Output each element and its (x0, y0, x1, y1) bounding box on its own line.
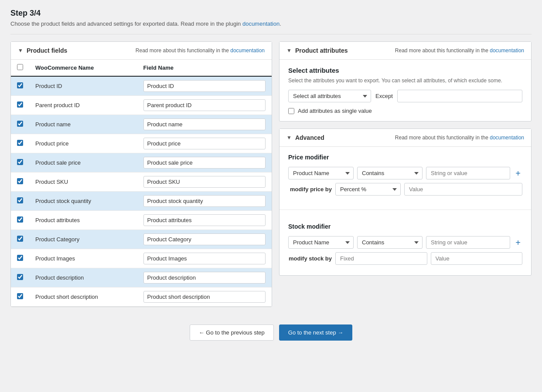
table-row: Parent product ID (11, 96, 272, 115)
except-label: Except (375, 93, 393, 99)
table-row: Product SKU (11, 172, 272, 192)
attributes-header-right: Read more about this functionality in th… (395, 47, 524, 54)
product-fields-header: ▼ Product fields Read more about this fu… (11, 42, 272, 60)
collapse-icon[interactable]: ▼ (18, 47, 23, 54)
row-checkbox-11[interactable] (17, 293, 23, 299)
row-checkbox-0[interactable] (17, 82, 23, 88)
stock-value-input[interactable] (431, 252, 523, 265)
table-row: Product sale price (11, 153, 272, 172)
row-field-input-6[interactable] (143, 195, 266, 207)
row-field-input-4[interactable] (143, 157, 266, 169)
table-row: Product price (11, 134, 272, 153)
advanced-collapse-icon[interactable]: ▼ (286, 135, 292, 141)
table-row: Product short description (11, 287, 272, 307)
row-woo-name: Product sale price (29, 153, 137, 172)
stock-modifier-section: Stock modifier Product Name Product SKU … (280, 216, 531, 275)
main-columns: ▼ Product fields Read more about this fu… (10, 41, 532, 314)
modifier-divider (280, 210, 531, 210)
stock-fixed-input[interactable] (335, 252, 427, 265)
row-checkbox-9[interactable] (17, 255, 23, 261)
product-fields-title: Product fields (27, 47, 67, 54)
stock-condition-select[interactable]: Contains Equals Starts with (357, 236, 423, 249)
table-header-row: WooCommerce Name Field Name (11, 60, 272, 76)
advanced-doc-link[interactable]: documentation (490, 135, 524, 141)
advanced-header-left: ▼ Advanced (286, 134, 324, 141)
step-desc-link[interactable]: documentation (242, 20, 280, 27)
price-value-input[interactable] (404, 183, 522, 196)
price-modify-label: modify price by (288, 186, 332, 193)
price-condition-select[interactable]: Contains Equals Starts with (357, 167, 423, 179)
row-checkbox-2[interactable] (17, 121, 23, 127)
single-value-checkbox[interactable] (288, 108, 294, 114)
row-checkbox-3[interactable] (17, 140, 23, 146)
row-woo-name: Product attributes (29, 211, 137, 230)
row-field-input-0[interactable] (143, 80, 266, 92)
price-filter-row: Product Name Product SKU Product ID Cont… (288, 167, 522, 179)
product-fields-body: WooCommerce Name Field Name Product IDPa… (11, 60, 272, 307)
row-checkbox-8[interactable] (17, 236, 23, 242)
stock-modify-label: modify stock by (288, 255, 332, 262)
row-woo-name: Product short description (29, 287, 137, 307)
advanced-header-right: Read more about this functionality in th… (395, 135, 524, 141)
page-wrapper: Step 3/4 Choose the product fields and a… (0, 0, 542, 358)
stock-filter-row: Product Name Product SKU Product ID Cont… (288, 236, 522, 249)
row-woo-name: Product description (29, 268, 137, 287)
row-woo-name: Product SKU (29, 172, 137, 192)
attributes-body: Select attributes Select the attributes … (280, 60, 531, 121)
row-field-input-7[interactable] (143, 214, 266, 226)
row-field-input-8[interactable] (143, 233, 266, 245)
price-string-input[interactable] (426, 167, 510, 179)
attributes-select[interactable]: Select all attributes Select specific at… (288, 90, 371, 102)
row-field-input-1[interactable] (143, 99, 266, 111)
advanced-header: ▼ Advanced Read more about this function… (280, 129, 531, 147)
row-checkbox-7[interactable] (17, 216, 23, 223)
step-description: Choose the product fields and advanced s… (10, 20, 532, 27)
attributes-card: ▼ Product attributes Read more about thi… (279, 41, 532, 122)
attributes-select-row: Select all attributes Select specific at… (288, 90, 522, 102)
next-step-button[interactable]: Go to the next step → (279, 324, 352, 341)
row-field-input-2[interactable] (143, 118, 266, 130)
table-row: Product attributes (11, 211, 272, 230)
col-checkbox (11, 60, 29, 76)
row-checkbox-1[interactable] (17, 101, 23, 108)
attributes-header-left: ▼ Product attributes (286, 47, 348, 54)
row-checkbox-6[interactable] (17, 197, 23, 203)
row-field-input-3[interactable] (143, 138, 266, 149)
select-attributes-desc: Select the attributes you want to export… (288, 78, 522, 84)
row-woo-name: Product Images (29, 249, 137, 268)
except-input[interactable] (397, 90, 522, 102)
price-percent-select[interactable]: Percent % Fixed (335, 183, 401, 196)
stock-add-button[interactable]: + (514, 238, 522, 247)
row-field-input-11[interactable] (143, 291, 266, 303)
single-value-label: Add attributes as single value (298, 108, 372, 114)
row-field-input-10[interactable] (143, 272, 266, 284)
attributes-collapse-icon[interactable]: ▼ (286, 47, 292, 54)
fields-table-body: Product IDParent product IDProduct nameP… (11, 76, 272, 307)
row-woo-name: Product stock quantity (29, 192, 137, 211)
stock-modifier-title: Stock modifier (288, 223, 522, 230)
stock-string-input[interactable] (426, 236, 510, 249)
price-add-button[interactable]: + (514, 169, 522, 178)
table-row: Product ID (11, 76, 272, 96)
price-filter-select[interactable]: Product Name Product SKU Product ID (288, 167, 354, 179)
stock-filter-select[interactable]: Product Name Product SKU Product ID (288, 236, 354, 249)
left-panel: ▼ Product fields Read more about this fu… (10, 41, 272, 314)
prev-step-button[interactable]: ← Go to the previous step (190, 324, 274, 341)
product-fields-header-left: ▼ Product fields (18, 47, 67, 54)
attributes-doc-link[interactable]: documentation (490, 47, 524, 54)
row-checkbox-4[interactable] (17, 159, 23, 165)
stock-modify-row: modify stock by (288, 252, 522, 265)
step-title: Step 3/4 (10, 9, 532, 18)
table-row: Product Images (11, 249, 272, 268)
select-attributes-title: Select attributes (288, 67, 522, 74)
col-field-name: Field Name (137, 60, 272, 76)
product-fields-card: ▼ Product fields Read more about this fu… (10, 41, 272, 307)
row-field-input-9[interactable] (143, 253, 266, 264)
product-fields-doc-link[interactable]: documentation (230, 47, 265, 54)
row-field-input-5[interactable] (143, 176, 266, 188)
advanced-card: ▼ Advanced Read more about this function… (279, 128, 532, 276)
row-checkbox-10[interactable] (17, 274, 23, 280)
select-all-checkbox[interactable] (17, 64, 23, 70)
advanced-body: Price modifier Product Name Product SKU … (280, 147, 531, 275)
row-checkbox-5[interactable] (17, 178, 23, 184)
